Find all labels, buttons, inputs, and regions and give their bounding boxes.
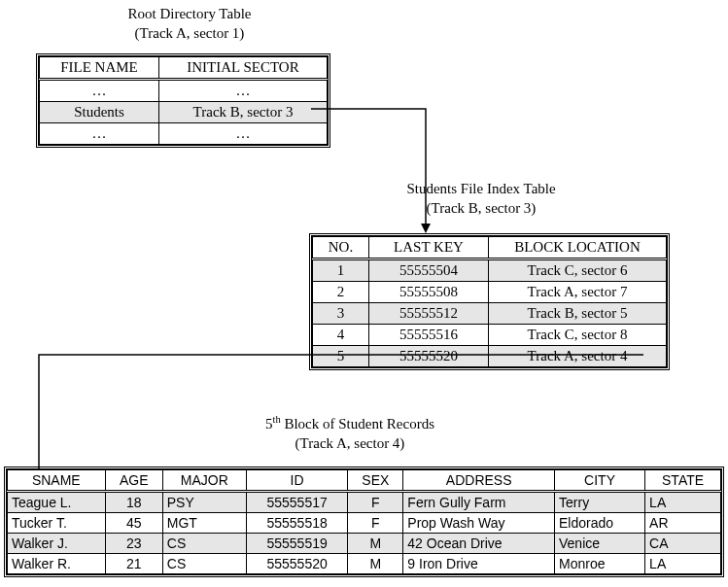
records-title-line1: 5th Block of Student Records xyxy=(265,416,434,432)
root-row-2: … … xyxy=(40,123,328,145)
rec-sex: F xyxy=(348,513,403,534)
root-directory-table-wrapper: FILE NAME INITIAL SECTOR … … Students Tr… xyxy=(36,53,330,148)
rec-id: 55555517 xyxy=(246,492,348,513)
rec-sname: Walker J. xyxy=(8,534,106,554)
index-header-key: LAST KEY xyxy=(369,237,489,259)
rec-sex: F xyxy=(348,492,403,513)
root-cell-sector: Track B, sector 3 xyxy=(159,102,328,123)
root-cell-sector: … xyxy=(159,123,328,145)
index-title: Students File Index Table (Track B, sect… xyxy=(326,180,637,218)
index-cell-no: 3 xyxy=(313,303,369,325)
records-title-sup: th xyxy=(273,414,281,425)
rec-h-addr: ADDRESS xyxy=(403,470,555,492)
index-header-no: NO. xyxy=(313,237,369,259)
root-cell-file: … xyxy=(40,80,159,102)
rec-city: Venice xyxy=(555,534,645,554)
records-row-2: Walker J. 23 CS 55555519 M 42 Ocean Driv… xyxy=(8,534,721,554)
root-cell-sector: … xyxy=(159,80,328,102)
records-title-suffix: Block of Student Records xyxy=(281,416,434,432)
index-cell-key: 55555504 xyxy=(369,259,489,282)
index-title-line1: Students File Index Table xyxy=(406,181,555,196)
index-cell-key: 55555512 xyxy=(369,303,489,325)
index-cell-key: 55555508 xyxy=(369,282,489,303)
rec-h-state: STATE xyxy=(645,470,721,492)
rec-addr: 42 Ocean Drive xyxy=(403,534,555,554)
index-row-5: 5 55555520 Track A, sector 4 xyxy=(313,346,667,367)
index-row-2: 2 55555508 Track A, sector 7 xyxy=(313,282,667,303)
index-cell-loc: Track C, sector 8 xyxy=(489,325,667,346)
rec-sname: Teague L. xyxy=(8,492,106,513)
rec-city: Monroe xyxy=(555,554,645,574)
index-title-line2: (Track B, sector 3) xyxy=(427,200,537,216)
index-table-wrapper: NO. LAST KEY BLOCK LOCATION 1 55555504 T… xyxy=(309,233,670,370)
root-title-line1: Root Directory Table xyxy=(128,6,252,21)
index-cell-loc: Track B, sector 5 xyxy=(489,303,667,325)
index-table: NO. LAST KEY BLOCK LOCATION 1 55555504 T… xyxy=(312,236,667,367)
rec-h-major: MAJOR xyxy=(162,470,246,492)
index-cell-no: 4 xyxy=(313,325,369,346)
index-cell-loc: Track A, sector 7 xyxy=(489,282,667,303)
index-cell-no: 1 xyxy=(313,259,369,282)
rec-state: CA xyxy=(645,534,721,554)
root-directory-title: Root Directory Table (Track A, sector 1) xyxy=(68,5,311,43)
index-cell-loc: Track C, sector 6 xyxy=(489,259,667,282)
root-header-row: FILE NAME INITIAL SECTOR xyxy=(40,57,328,80)
index-row-3: 3 55555512 Track B, sector 5 xyxy=(313,303,667,325)
index-cell-no: 5 xyxy=(313,346,369,367)
rec-major: CS xyxy=(162,554,246,574)
records-title-prefix: 5 xyxy=(265,416,273,432)
rec-major: CS xyxy=(162,534,246,554)
root-row-0: … … xyxy=(40,80,328,102)
rec-addr: Prop Wash Way xyxy=(403,513,555,534)
index-cell-no: 2 xyxy=(313,282,369,303)
records-header-row: SNAME AGE MAJOR ID SEX ADDRESS CITY STAT… xyxy=(8,470,721,492)
rec-age: 23 xyxy=(105,534,162,554)
svg-marker-0 xyxy=(421,224,431,233)
root-header-sector: INITIAL SECTOR xyxy=(159,57,328,80)
rec-state: LA xyxy=(645,554,721,574)
rec-h-age: AGE xyxy=(105,470,162,492)
rec-addr: 9 Iron Drive xyxy=(403,554,555,574)
index-header-row: NO. LAST KEY BLOCK LOCATION xyxy=(313,237,667,259)
records-row-1: Tucker T. 45 MGT 55555518 F Prop Wash Wa… xyxy=(8,513,721,534)
root-header-filename: FILE NAME xyxy=(40,57,159,80)
rec-sname: Walker R. xyxy=(8,554,106,574)
rec-sex: M xyxy=(348,554,403,574)
records-table-wrapper: SNAME AGE MAJOR ID SEX ADDRESS CITY STAT… xyxy=(4,466,724,577)
index-cell-loc: Track A, sector 4 xyxy=(489,346,667,367)
rec-h-id: ID xyxy=(246,470,348,492)
records-title: 5th Block of Student Records (Track A, s… xyxy=(175,413,525,453)
rec-city: Eldorado xyxy=(555,513,645,534)
root-cell-file: Students xyxy=(40,102,159,123)
records-row-3: Walker R. 21 CS 55555520 M 9 Iron Drive … xyxy=(8,554,721,574)
rec-id: 55555520 xyxy=(246,554,348,574)
records-table: SNAME AGE MAJOR ID SEX ADDRESS CITY STAT… xyxy=(7,469,721,574)
index-row-1: 1 55555504 Track C, sector 6 xyxy=(313,259,667,282)
rec-age: 18 xyxy=(105,492,162,513)
root-directory-table: FILE NAME INITIAL SECTOR … … Students Tr… xyxy=(39,56,328,145)
rec-h-city: CITY xyxy=(555,470,645,492)
root-cell-file: … xyxy=(40,123,159,145)
rec-state: AR xyxy=(645,513,721,534)
rec-addr: Fern Gully Farm xyxy=(403,492,555,513)
rec-id: 55555519 xyxy=(246,534,348,554)
rec-major: MGT xyxy=(162,513,246,534)
index-cell-key: 55555516 xyxy=(369,325,489,346)
rec-city: Terry xyxy=(555,492,645,513)
rec-age: 21 xyxy=(105,554,162,574)
index-header-loc: BLOCK LOCATION xyxy=(489,237,667,259)
rec-h-sex: SEX xyxy=(348,470,403,492)
records-title-line2: (Track A, sector 4) xyxy=(295,435,405,451)
records-row-0: Teague L. 18 PSY 55555517 F Fern Gully F… xyxy=(8,492,721,513)
rec-sex: M xyxy=(348,534,403,554)
rec-age: 45 xyxy=(105,513,162,534)
root-title-line2: (Track A, sector 1) xyxy=(135,25,245,41)
rec-h-sname: SNAME xyxy=(8,470,106,492)
root-row-1: Students Track B, sector 3 xyxy=(40,102,328,123)
index-cell-key: 55555520 xyxy=(369,346,489,367)
rec-state: LA xyxy=(645,492,721,513)
rec-sname: Tucker T. xyxy=(8,513,106,534)
rec-major: PSY xyxy=(162,492,246,513)
index-row-4: 4 55555516 Track C, sector 8 xyxy=(313,325,667,346)
rec-id: 55555518 xyxy=(246,513,348,534)
